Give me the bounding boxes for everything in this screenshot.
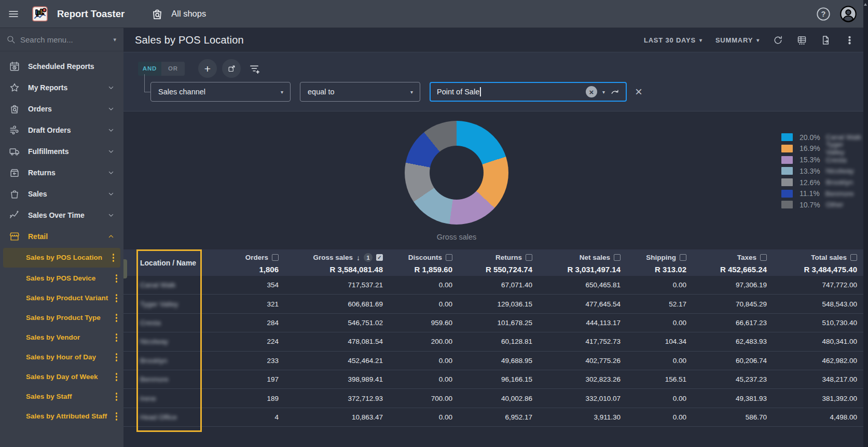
- checkbox-unchecked-icon[interactable]: [272, 254, 279, 261]
- column-total: 1,806: [259, 265, 279, 274]
- column-header-returns[interactable]: ReturnsR 550,724.74: [452, 249, 532, 276]
- sidebar-item-sales-by-staff[interactable]: Sales by Staff: [0, 387, 123, 407]
- item-options-kebab-icon[interactable]: [116, 274, 118, 283]
- chevron-down-icon: ▾: [281, 89, 283, 95]
- sidebar-item-sales-by-day-of-week[interactable]: Sales by Day of Week: [0, 367, 123, 387]
- sidebar-item-sales-by-pos-location[interactable]: Sales by POS Location: [3, 248, 120, 268]
- sidebar-item-sales-over-time[interactable]: Sales Over Time: [0, 204, 123, 226]
- cell-value: 747,772.00: [767, 281, 857, 289]
- add-filter-group-button[interactable]: [222, 59, 241, 78]
- account-avatar[interactable]: [840, 6, 857, 22]
- legend-swatch: [781, 201, 793, 208]
- item-options-kebab-icon[interactable]: [113, 254, 115, 262]
- search-input[interactable]: Search menu...: [20, 35, 113, 44]
- cell-value: 62,483.93: [686, 338, 767, 345]
- checkbox-unchecked-icon[interactable]: [850, 254, 857, 261]
- cell-value: 372,712.93: [279, 395, 383, 402]
- sidebar-subitem-label: Sales by Product Variant: [26, 294, 112, 303]
- sidebar-item-sales-by-attributed-staff[interactable]: Sales by Attributed Staff: [0, 407, 123, 426]
- sidebar-item-orders[interactable]: Orders: [0, 98, 123, 119]
- sidebar-item-fulfillments[interactable]: Fulfillments: [0, 141, 123, 162]
- column-header-discounts[interactable]: DiscountsR 1,859.60: [383, 249, 452, 276]
- remove-filter-icon[interactable]: ×: [635, 86, 642, 98]
- checkbox-unchecked-icon[interactable]: [680, 254, 686, 261]
- add-filter-button[interactable]: +: [198, 59, 217, 78]
- apply-redo-icon[interactable]: [610, 87, 621, 97]
- scroll-up-arrow-icon[interactable]: [864, 3, 867, 6]
- table-row[interactable]: Tyger Valley321606,681.690.00129,036.154…: [123, 295, 863, 313]
- filter-field-select[interactable]: Sales channel▾: [150, 82, 291, 102]
- hamburger-menu-icon[interactable]: [7, 8, 20, 20]
- table-row[interactable]: Benmore197398,989.410.0096,166.15302,823…: [123, 370, 863, 389]
- clear-value-icon[interactable]: ×: [586, 86, 597, 97]
- sidebar-item-returns[interactable]: Returns: [0, 162, 123, 183]
- and-or-toggle[interactable]: AND OR: [138, 62, 185, 76]
- sidebar-item-label: My Reports: [28, 83, 107, 92]
- sidebar-item-label: Sales: [28, 190, 107, 198]
- draft-icon: [9, 124, 20, 136]
- checkbox-unchecked-icon[interactable]: [760, 254, 767, 261]
- shop-search-icon[interactable]: [150, 7, 164, 21]
- table-row[interactable]: Brooklyn233452,464.210.0049,688.95402,77…: [123, 352, 863, 370]
- column-header-gross-sales[interactable]: Gross sales↓1✓R 3,584,081.48: [279, 249, 383, 276]
- item-options-kebab-icon[interactable]: [116, 314, 118, 322]
- date-range-dropdown[interactable]: LAST 30 DAYS▾: [644, 36, 702, 44]
- help-icon[interactable]: ?: [816, 7, 831, 21]
- sidebar-item-sales[interactable]: Sales: [0, 183, 123, 204]
- report-header: Sales by POS Location LAST 30 DAYS▾ SUMM…: [123, 28, 863, 52]
- sidebar-item-sales-by-pos-device[interactable]: Sales by POS Device: [0, 269, 123, 288]
- sort-desc-arrow-icon[interactable]: ↓: [356, 254, 360, 262]
- item-options-kebab-icon[interactable]: [116, 333, 118, 342]
- or-toggle[interactable]: OR: [161, 62, 185, 76]
- item-options-kebab-icon[interactable]: [116, 412, 118, 421]
- cell-value: 332,010.07: [532, 395, 621, 402]
- refresh-icon[interactable]: [773, 35, 783, 46]
- table-row[interactable]: Canal Walk354717,537.210.0067,071.40650,…: [123, 276, 863, 295]
- location-name-blurred: Canal Walk: [140, 281, 176, 289]
- location-name-blurred: Irene: [140, 395, 156, 402]
- item-options-kebab-icon[interactable]: [116, 294, 118, 302]
- column-header-orders[interactable]: Orders1,806: [204, 249, 279, 276]
- table-row[interactable]: Irene189372,712.93700.0040,002.86332,010…: [123, 389, 863, 408]
- and-toggle[interactable]: AND: [138, 62, 161, 76]
- item-options-kebab-icon[interactable]: [116, 353, 118, 361]
- sidebar-search[interactable]: Search menu... ▾: [0, 28, 123, 51]
- table-row[interactable]: Nicolway224478,081.54200.0060,128.81417,…: [123, 332, 863, 351]
- name-column-header[interactable]: Location / Name: [123, 249, 204, 276]
- table-row[interactable]: Cresta284546,751.02959.60101,678.25444,1…: [123, 314, 863, 332]
- filter-add-icon[interactable]: [249, 63, 260, 75]
- column-header-net-sales[interactable]: Net salesR 3,031,497.14: [532, 249, 621, 276]
- column-header-total-sales[interactable]: Total salesR 3,484,475.40: [767, 249, 857, 276]
- sidebar-item-sales-by-product-type[interactable]: Sales by Product Type: [0, 308, 123, 328]
- gross-sales-donut-chart[interactable]: [405, 121, 508, 225]
- export-icon[interactable]: [820, 35, 831, 46]
- chevron-down-icon[interactable]: ▾: [602, 89, 605, 95]
- sidebar-item-sales-by-hour-of-day[interactable]: Sales by Hour of Day: [0, 347, 123, 367]
- vertical-scrollbar[interactable]: [863, 0, 868, 447]
- sidebar-item-draft-orders[interactable]: Draft Orders: [0, 119, 123, 141]
- sidebar-item-retail[interactable]: Retail: [0, 226, 123, 247]
- shop-selector[interactable]: All shops: [171, 9, 206, 19]
- search-dropdown-caret-icon[interactable]: ▾: [113, 36, 116, 43]
- sidebar-item-my-reports[interactable]: My Reports: [0, 77, 123, 98]
- filter-operator-select[interactable]: equal to▾: [300, 82, 420, 102]
- column-header-taxes[interactable]: TaxesR 452,665.24: [686, 249, 767, 276]
- more-options-icon[interactable]: [844, 35, 855, 46]
- table-row[interactable]: Head Office410,863.470.006,952.173,911.3…: [123, 408, 863, 427]
- filter-value-input[interactable]: Point of Sale × ▾: [430, 82, 627, 102]
- sidebar-item-scheduled-reports[interactable]: Scheduled Reports: [0, 55, 123, 77]
- checkbox-unchecked-icon[interactable]: [446, 254, 452, 261]
- checkbox-checked-icon[interactable]: ✓: [376, 254, 383, 261]
- legend-item: 16.9%Tyger Valley: [781, 145, 863, 153]
- column-header-shipping[interactable]: ShippingR 313.02: [621, 249, 686, 276]
- item-options-kebab-icon[interactable]: [116, 393, 118, 401]
- item-options-kebab-icon[interactable]: [116, 373, 118, 381]
- checkbox-unchecked-icon[interactable]: [526, 254, 532, 261]
- checkbox-unchecked-icon[interactable]: [614, 254, 621, 261]
- view-mode-dropdown[interactable]: SUMMARY▾: [715, 36, 760, 44]
- table-columns-icon[interactable]: [796, 35, 807, 46]
- sidebar-item-sales-by-product-variant[interactable]: Sales by Product Variant: [0, 288, 123, 308]
- sidebar-item-sales-by-vendor[interactable]: Sales by Vendor: [0, 328, 123, 347]
- cell-value: 348,217.00: [767, 375, 857, 383]
- storefront-icon: [9, 231, 20, 242]
